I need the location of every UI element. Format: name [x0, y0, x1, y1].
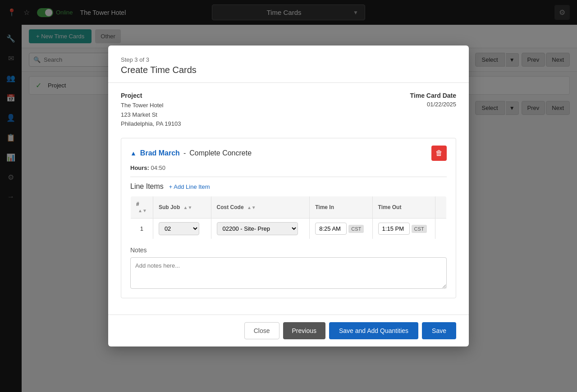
employee-hours: Hours: 04:50: [130, 164, 447, 171]
col-header-timein: Time In: [310, 196, 372, 219]
date-label: Time Card Date: [410, 92, 456, 99]
line-items-table: # ▲▼ Sub Job ▲▼ Cost Code ▲▼: [130, 196, 447, 239]
col-header-actions: [435, 196, 447, 219]
time-in-input[interactable]: [315, 223, 347, 235]
line-item-actions-cell: [435, 219, 447, 239]
line-item-row: 1 02 02200 - Site- Prep: [131, 219, 447, 239]
col-header-costcode: Cost Code ▲▼: [211, 196, 310, 219]
section-divider: [130, 177, 447, 177]
notes-label: Notes: [130, 246, 447, 254]
col-header-num: # ▲▼: [131, 196, 153, 219]
employee-separator: -: [183, 149, 186, 157]
costcode-select[interactable]: 02200 - Site- Prep: [217, 222, 298, 235]
subjob-select[interactable]: 02: [159, 222, 199, 235]
line-item-timeout-cell: CST: [372, 219, 435, 239]
modal-step: Step 3 of 3: [121, 56, 456, 63]
sort-arrows-subjob: ▲▼: [183, 205, 192, 210]
time-out-wrap: CST: [378, 223, 430, 235]
project-info-left: Project The Tower Hotel 123 Market St Ph…: [121, 92, 181, 129]
modal-overlay: Step 3 of 3 Create Time Cards Project Th…: [0, 0, 577, 392]
modal-footer: Close Previous Save and Add Quantities S…: [108, 315, 469, 346]
time-out-tz: CST: [412, 225, 427, 233]
col-header-subjob: Sub Job ▲▼: [153, 196, 211, 219]
hours-value: 04:50: [151, 164, 166, 171]
modal-body: Project The Tower Hotel 123 Market St Ph…: [108, 83, 469, 315]
previous-button[interactable]: Previous: [283, 322, 325, 339]
employee-company: Complete Concrete: [189, 149, 252, 157]
project-info-row: Project The Tower Hotel 123 Market St Ph…: [121, 92, 456, 129]
notes-textarea[interactable]: [130, 257, 447, 289]
line-item-costcode-cell: 02200 - Site- Prep: [211, 219, 310, 239]
line-item-subjob-cell: 02: [153, 219, 211, 239]
employee-section: ▲ Brad March - Complete Concrete 🗑 Hours…: [121, 138, 456, 298]
modal-dialog: Step 3 of 3 Create Time Cards Project Th…: [108, 46, 469, 346]
modal-header: Step 3 of 3 Create Time Cards: [108, 46, 469, 83]
col-header-timeout: Time Out: [372, 196, 435, 219]
line-items-header: Line Items + Add Line Item: [130, 182, 447, 191]
save-quantities-button[interactable]: Save and Add Quantities: [329, 322, 418, 339]
line-item-num: 1: [131, 219, 153, 239]
delete-employee-button[interactable]: 🗑: [431, 146, 447, 161]
project-address2: Philadelphia, PA 19103: [121, 119, 181, 129]
modal-title: Create Time Cards: [121, 65, 456, 75]
project-info-right: Time Card Date 01/22/2025: [410, 92, 456, 129]
line-items-title: Line Items: [130, 182, 164, 191]
employee-name: Brad March: [140, 149, 180, 157]
time-in-wrap: CST: [315, 223, 366, 235]
sort-arrows-num: ▲▼: [138, 208, 147, 213]
project-address1: 123 Market St: [121, 110, 181, 120]
notes-section: Notes: [130, 246, 447, 291]
save-button[interactable]: Save: [422, 322, 456, 339]
time-in-tz: CST: [348, 225, 364, 233]
project-label: Project: [121, 92, 181, 99]
project-name: The Tower Hotel: [121, 101, 181, 110]
hours-label: Hours:: [130, 164, 149, 171]
close-button[interactable]: Close: [244, 322, 279, 339]
date-value: 01/22/2025: [410, 101, 456, 108]
add-line-item-button[interactable]: + Add Line Item: [169, 183, 210, 190]
collapse-icon[interactable]: ▲: [130, 150, 137, 157]
trash-icon: 🗑: [435, 149, 443, 157]
employee-header-left: ▲ Brad March - Complete Concrete: [130, 149, 252, 157]
employee-header: ▲ Brad March - Complete Concrete 🗑: [130, 146, 447, 161]
sort-arrows-costcode: ▲▼: [247, 205, 256, 210]
line-item-timein-cell: CST: [310, 219, 372, 239]
time-out-input[interactable]: [378, 223, 410, 235]
